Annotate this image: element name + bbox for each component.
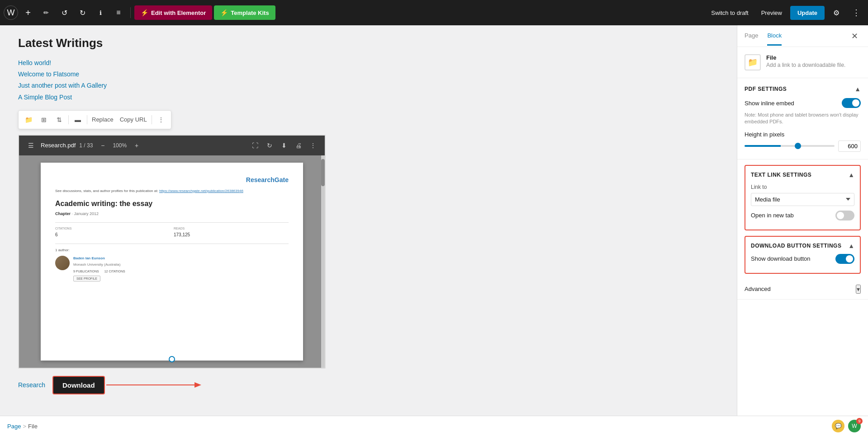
preview-button[interactable]: Preview [757, 6, 787, 20]
top-toolbar: W + ✏ ↺ ↻ ℹ ≡ ⚡ Edit with Elementor ⚡ Te… [0, 0, 868, 25]
undo-button[interactable]: ↺ [56, 5, 72, 21]
breadcrumb-separator: > [23, 423, 26, 430]
pdf-author-name[interactable]: Baden Ian Eunson [73, 256, 125, 261]
pdf-more-button[interactable]: ⋮ [307, 139, 319, 152]
pdf-stats: CITATIONS 6 READS 173,125 [55, 226, 289, 238]
breadcrumb-page[interactable]: Page [7, 423, 21, 430]
download-settings-collapse-button[interactable]: ▲ [848, 242, 854, 249]
bottom-icon-updates[interactable]: W 9 [848, 420, 861, 432]
list-view-button[interactable]: ≡ [110, 5, 127, 21]
open-new-tab-toggle[interactable] [835, 211, 854, 220]
tab-block[interactable]: Block [767, 27, 782, 46]
download-settings-title: Download button settings [751, 243, 841, 249]
breadcrumb-file: File [28, 423, 38, 430]
toolbar-right-actions: Switch to draft Preview Update ⚙ ⋮ [707, 5, 864, 21]
minus-icon: − [101, 142, 104, 149]
list-item[interactable]: Welcome to Flatsome [18, 69, 719, 80]
replace-button[interactable]: Replace [89, 114, 116, 125]
download-button[interactable]: Download [52, 376, 105, 394]
pdf-author-count: 1 author: [55, 248, 289, 253]
pdf-toolbar-right: ⛶ ↻ ⬇ 🖨 ⋮ [249, 139, 319, 152]
inline-embed-label: Show inline embed [745, 100, 794, 107]
pdf-link[interactable]: https://www.researchgate.net/publication… [159, 189, 243, 193]
copy-url-button[interactable]: Copy URL [117, 114, 150, 125]
pdf-menu-button[interactable]: ☰ [24, 139, 37, 152]
block-toolbar-more-button[interactable]: ⋮ [154, 113, 168, 127]
reads-label: READS [174, 226, 289, 231]
open-new-tab-label: Open in new tab [751, 212, 794, 219]
block-toolbar-folder-button[interactable]: 📁 [21, 113, 36, 127]
pdf-print-button[interactable]: 🖨 [292, 139, 305, 152]
block-toolbar-arrows-button[interactable]: ⇅ [52, 113, 66, 127]
pdf-resize-handle[interactable] [169, 356, 175, 362]
more-options-button[interactable]: ⋮ [848, 5, 864, 21]
pdf-author-stats: 9 PUBLICATIONS 12 CITATIONS [73, 269, 125, 274]
tab-page[interactable]: Page [745, 27, 758, 46]
align-icon: ▬ [75, 116, 81, 123]
bottom-bar: Page > File 💬 W 9 [0, 416, 868, 436]
pdf-zoom-out-button[interactable]: − [96, 139, 109, 152]
research-link[interactable]: Research [18, 381, 45, 389]
info-button[interactable]: ℹ [92, 5, 109, 21]
download-icon: ⬇ [281, 142, 287, 149]
panel-close-button[interactable]: ✕ [848, 30, 861, 42]
reads-value: 173,125 [174, 231, 289, 238]
text-link-collapse-button[interactable]: ▲ [848, 171, 854, 178]
height-range-input[interactable] [745, 145, 835, 147]
pdf-author-affiliation: Monash University (Australia) [73, 262, 125, 267]
link-to-select[interactable]: Media file Attachment page None [751, 193, 854, 206]
fullscreen-icon: ⛶ [252, 142, 258, 149]
pdf-scrollbar[interactable] [321, 155, 325, 368]
see-profile-button[interactable]: SEE PROFILE [73, 276, 100, 281]
switch-to-draft-button[interactable]: Switch to draft [707, 6, 753, 20]
text-link-title: Text link settings [751, 172, 811, 178]
advanced-section: Advanced ▾ [737, 279, 868, 300]
text-link-settings-section: Text link settings ▲ Link to Media file … [745, 165, 861, 230]
inline-embed-toggle[interactable] [842, 98, 861, 108]
list-item[interactable]: Just another post with A Gallery [18, 80, 719, 91]
advanced-label: Advanced [745, 286, 771, 292]
pdf-author-card: Baden Ian Eunson Monash University (Aust… [55, 256, 289, 282]
file-block-icon: 📁 [745, 54, 761, 70]
pdf-download-button[interactable]: ⬇ [278, 139, 290, 152]
pdf-zoom-in-button[interactable]: + [130, 139, 143, 152]
toggle-slider-newtab [835, 211, 854, 220]
edit-with-elementor-button[interactable]: ⚡ Edit with Elementor [134, 5, 212, 20]
height-value-input[interactable]: 600 [838, 141, 861, 152]
height-label-row: Height in pixels [745, 131, 861, 138]
text-link-title-row: Text link settings ▲ [751, 171, 854, 178]
pdf-chapter-info: Chapter · January 2012 [55, 211, 289, 217]
pdf-rotate-button[interactable]: ↻ [263, 139, 276, 152]
pdf-page-info: 1 / 33 [79, 142, 93, 149]
toolbar-separator [130, 7, 131, 18]
badge-count: 9 [856, 418, 863, 424]
editor-area: Latest Writings Hello world! Welcome to … [0, 25, 737, 416]
edit-button[interactable]: ✏ [38, 5, 54, 21]
add-block-button[interactable]: + [20, 5, 36, 21]
pdf-fullscreen-button[interactable]: ⛶ [249, 139, 261, 152]
citations-value: 6 [55, 231, 170, 238]
arrows-icon: ⇅ [57, 116, 62, 123]
update-button[interactable]: Update [790, 6, 825, 20]
block-toolbar-separator-2 [87, 115, 87, 124]
chevron-up-icon: ▲ [848, 242, 854, 249]
pdf-filename: Research.pdf [41, 142, 76, 149]
pdf-zoom: 100% [113, 142, 127, 149]
settings-button[interactable]: ⚙ [828, 5, 844, 21]
pdf-settings-collapse-button[interactable]: ▲ [854, 85, 861, 93]
show-download-toggle[interactable] [835, 254, 854, 264]
redo-button[interactable]: ↻ [74, 5, 90, 21]
block-toolbar-grid-button[interactable]: ⊞ [37, 113, 51, 127]
bottom-icon-notification[interactable]: 💬 [832, 420, 844, 432]
toggle-slider [842, 98, 861, 108]
block-toolbar-align-button[interactable]: ▬ [71, 113, 85, 127]
list-item[interactable]: Hello world! [18, 57, 719, 69]
wp-logo[interactable]: W [4, 5, 18, 20]
list-item[interactable]: A Simple Blog Post [18, 92, 719, 103]
pdf-menu-icon: ☰ [28, 142, 34, 149]
pdf-scrollbar-thumb[interactable] [321, 159, 325, 186]
template-kits-button[interactable]: ⚡ Template Kits [214, 5, 275, 20]
main-layout: Latest Writings Hello world! Welcome to … [0, 25, 868, 416]
updates-icon: W [852, 423, 857, 429]
advanced-expand-button[interactable]: ▾ [856, 285, 861, 294]
